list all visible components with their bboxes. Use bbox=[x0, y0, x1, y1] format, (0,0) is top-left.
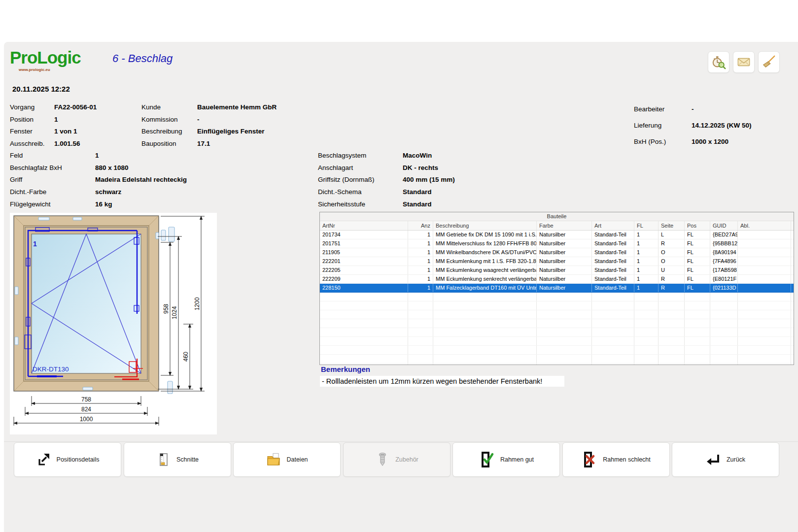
info-label: Beschlagfalz BxH bbox=[10, 164, 62, 171]
page-title: 6 - Beschlag bbox=[112, 52, 173, 65]
info-label: Fenster bbox=[10, 128, 33, 135]
window-drawing: 1 DKR-DT130 958 1024 460 1200 bbox=[10, 213, 217, 434]
schnitte-button[interactable]: Schnitte bbox=[124, 442, 231, 477]
info-label: Beschreibung bbox=[141, 128, 182, 135]
info-label: Lieferung bbox=[634, 122, 661, 129]
field-number-label: 1 bbox=[33, 240, 37, 248]
positionsdetails-button[interactable]: Positionsdetails bbox=[14, 442, 121, 477]
col-header-abl[interactable]: Abl. bbox=[738, 221, 791, 230]
info-label: Anschlagart bbox=[318, 164, 353, 171]
parts-table-header-row: ArtNr Anz Beschreibung Farbe Art FL Seit… bbox=[320, 221, 794, 231]
info-label: Ausschreib. bbox=[10, 140, 45, 147]
parts-table-group-header: Bauteile bbox=[320, 212, 794, 221]
stopwatch-search-icon bbox=[711, 55, 726, 69]
zubehoer-button: Zubehör bbox=[343, 442, 451, 477]
info-value: Madeira Edelstahl rechteckig bbox=[95, 176, 187, 183]
parts-table: Bauteile ArtNr Anz Beschreibung Farbe Ar… bbox=[319, 212, 794, 365]
window-glass bbox=[32, 234, 141, 373]
info-label: Sicherheitsstufe bbox=[318, 200, 365, 208]
col-header-anz[interactable]: Anz bbox=[408, 221, 433, 230]
table-row[interactable]: 2017511MM Mittelverschluss fix 1280 FFH/… bbox=[320, 239, 794, 248]
mail-button[interactable] bbox=[733, 51, 755, 73]
table-row-empty[interactable] bbox=[320, 346, 794, 355]
info-value: - bbox=[197, 116, 200, 123]
info-label: Griffsitz (Dornmaß) bbox=[318, 176, 375, 183]
col-header-seite[interactable]: Seite bbox=[659, 221, 685, 230]
table-row-empty[interactable] bbox=[320, 364, 794, 365]
col-header-fl[interactable]: FL bbox=[634, 221, 659, 230]
info-label: Dicht.-Farbe bbox=[10, 188, 46, 196]
info-label: Vorgang bbox=[10, 103, 35, 111]
dim-958: 958 bbox=[163, 304, 170, 314]
col-header-art[interactable]: Art bbox=[592, 221, 634, 230]
info-value: 17.1 bbox=[197, 140, 210, 147]
table-row-empty[interactable] bbox=[320, 328, 794, 337]
dim-824: 824 bbox=[81, 406, 91, 413]
info-value: 880 x 1080 bbox=[95, 164, 129, 171]
col-header-beschreibung[interactable]: Beschreibung bbox=[433, 221, 537, 230]
time-search-button[interactable] bbox=[708, 51, 729, 73]
info-value: Bauelemente Hemm GbR bbox=[197, 103, 277, 111]
dateien-button[interactable]: Dateien bbox=[233, 442, 341, 477]
table-row[interactable]: 2222011MM Eckumlenkung mit 1 i.S. FFB 32… bbox=[320, 257, 794, 266]
table-row-empty[interactable] bbox=[320, 293, 794, 301]
col-header-artnr[interactable]: ArtNr bbox=[320, 221, 408, 230]
info-value: Standard bbox=[403, 188, 432, 196]
info-value: 1000 x 1200 bbox=[692, 138, 729, 145]
info-value: 16 kg bbox=[95, 200, 112, 208]
hardware-type-label: DKR-DT130 bbox=[33, 366, 69, 373]
info-label: Bearbeiter bbox=[634, 105, 664, 113]
info-value: 400 mm (15 mm) bbox=[403, 176, 455, 183]
table-row-empty[interactable] bbox=[320, 355, 794, 364]
info-label: Bauposition bbox=[141, 140, 176, 147]
main-window: ProLogic www.prologic.eu 6 - Beschlag 20… bbox=[4, 42, 798, 532]
info-value: DK - rechts bbox=[403, 164, 438, 171]
clean-button[interactable] bbox=[758, 51, 780, 73]
screw-icon bbox=[375, 452, 390, 467]
table-row-empty[interactable] bbox=[320, 337, 794, 346]
table-row[interactable]: 2017341MM Getriebe fix DK DM 15 1090 mit… bbox=[320, 231, 794, 239]
dim-758: 758 bbox=[81, 396, 91, 403]
info-value: - bbox=[692, 105, 694, 113]
table-row[interactable]: 2222091MM Eckumlenkung senkrecht verläng… bbox=[320, 275, 794, 284]
zurueck-button[interactable]: Zurück bbox=[672, 442, 779, 477]
remarks-text[interactable]: - Rollladenleisten um 12mm kürzen wegen … bbox=[320, 376, 564, 387]
dim-460: 460 bbox=[182, 352, 189, 362]
table-row[interactable]: 2119051MM Winkelbandschere DK AS/DTuni/P… bbox=[320, 248, 794, 257]
table-row-empty[interactable] bbox=[320, 310, 794, 319]
rahmen-gut-button[interactable]: Rahmen gut bbox=[452, 442, 560, 477]
col-header-guid[interactable]: GUID bbox=[710, 221, 738, 230]
info-value: 1 bbox=[54, 116, 58, 123]
table-row-empty[interactable] bbox=[320, 319, 794, 328]
info-value: FA22-0056-01 bbox=[54, 103, 97, 111]
table-row-empty[interactable] bbox=[320, 301, 794, 310]
broom-icon bbox=[762, 55, 776, 69]
info-value: 14.12.2025 (KW 50) bbox=[692, 122, 752, 129]
col-header-farbe[interactable]: Farbe bbox=[537, 221, 592, 230]
info-label: Kommission bbox=[141, 116, 178, 123]
info-value: 1 bbox=[95, 152, 99, 159]
dim-1024: 1024 bbox=[171, 306, 178, 319]
col-header-pos[interactable]: Pos bbox=[685, 221, 710, 230]
section-profile-icon bbox=[156, 452, 172, 467]
info-value: schwarz bbox=[95, 188, 121, 196]
window-drawing-panel: 1 DKR-DT130 958 1024 460 1200 bbox=[10, 213, 217, 434]
datetime-label: 20.11.2025 12:22 bbox=[12, 85, 70, 93]
table-row[interactable]: 2222051MM Eckumlenkung waagrecht verläng… bbox=[320, 266, 794, 275]
dim-1000: 1000 bbox=[80, 416, 93, 423]
remarks-title: Bemerkungen bbox=[321, 365, 370, 373]
frame-good-icon bbox=[479, 451, 495, 468]
dim-1200: 1200 bbox=[194, 297, 201, 310]
info-value: 1 von 1 bbox=[54, 128, 77, 135]
info-value: 1.001.56 bbox=[54, 140, 80, 147]
info-label: BxH (Pos.) bbox=[634, 138, 666, 145]
rahmen-schlecht-button[interactable]: Rahmen schlecht bbox=[562, 442, 670, 477]
info-label: Position bbox=[10, 116, 34, 123]
info-value: MacoWin bbox=[403, 152, 432, 159]
info-label: Beschlagsystem bbox=[318, 152, 366, 159]
info-value: Einflügeliges Fenster bbox=[197, 128, 265, 135]
info-label: Kunde bbox=[141, 103, 161, 111]
info-label: Dicht.-Schema bbox=[318, 188, 362, 196]
table-row-selected[interactable]: 2281501MM Falzecklagerband DT160 mit ÜV … bbox=[320, 284, 794, 293]
envelope-icon bbox=[736, 55, 751, 69]
